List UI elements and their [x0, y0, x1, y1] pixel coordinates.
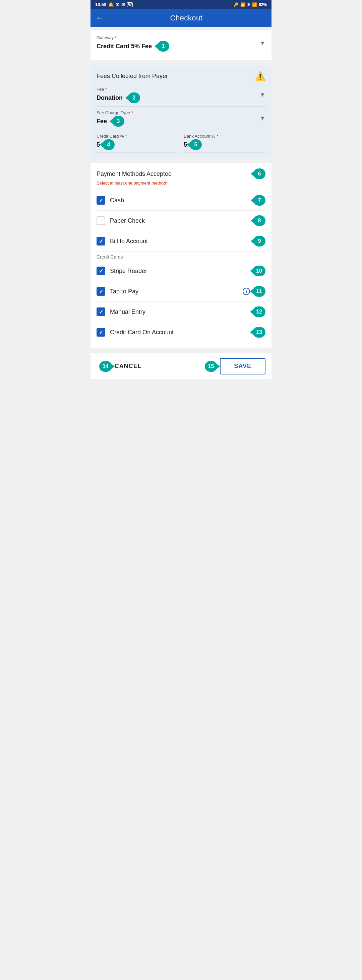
cancel-button[interactable]: CANCEL — [115, 363, 142, 370]
credit-card-on-account-badge: 13 — [253, 327, 265, 337]
fee-dropdown-arrow[interactable]: ▼ — [260, 91, 265, 99]
manual-entry-badge: 12 — [253, 307, 265, 317]
paper-check-row[interactable]: Paper Check 8 — [97, 211, 265, 231]
fee-charge-type-field-row[interactable]: Fee Charge Type * Fee 3 ▼ — [97, 110, 265, 130]
status-left: 10:58 🔔 ✉ ✉ W — [95, 2, 133, 7]
bottom-bar: 14 CANCEL 15 SAVE — [91, 353, 271, 379]
paper-check-label: Paper Check — [110, 217, 251, 224]
fee-charge-type-dropdown-arrow[interactable]: ▼ — [260, 115, 265, 122]
manual-entry-label: Manual Entry — [110, 309, 250, 315]
tap-to-pay-label: Tap to Pay — [110, 288, 241, 295]
key-icon: 🔑 — [234, 2, 239, 7]
credit-card-pct-field: Credit Card % * 5 4 — [97, 134, 178, 153]
paper-check-checkbox[interactable] — [97, 216, 105, 225]
notif-icon-1: 🔔 — [108, 2, 114, 7]
fee-value: Donation — [97, 94, 123, 102]
gateway-label: Gateway * — [97, 35, 169, 40]
pct-fields-row: Credit Card % * 5 4 Bank Account % * 5 5 — [97, 134, 265, 153]
cash-label: Cash — [110, 197, 251, 204]
cancel-area[interactable]: 14 CANCEL — [97, 361, 142, 372]
tap-to-pay-row[interactable]: Tap to Pay i 11 — [97, 282, 265, 302]
bill-to-account-badge: 9 — [254, 236, 265, 247]
payment-methods-subtitle: Select at least one payment method* — [97, 181, 265, 186]
tap-to-pay-badge: 11 — [253, 286, 265, 297]
fees-title: Fees Collected from Payer — [97, 73, 168, 80]
status-right: 🔑 📶 ✱ 📶 62% — [234, 2, 267, 7]
gateway-section: Gateway * Credit Card 5% Fee 1 ▼ — [91, 30, 271, 60]
cash-badge: 7 — [254, 195, 265, 206]
stripe-reader-row[interactable]: Stripe Reader 10 — [97, 261, 265, 282]
fee-charge-type-field-group: Fee Charge Type * Fee 3 — [97, 110, 133, 127]
back-button[interactable]: ← — [96, 14, 103, 22]
credit-card-pct-value: 5 — [97, 142, 100, 148]
bill-to-account-row[interactable]: Bill to Account 9 — [97, 231, 265, 251]
cash-row[interactable]: Cash 7 — [97, 190, 265, 211]
credit-card-on-account-row[interactable]: Credit Card On Account 13 — [97, 322, 265, 342]
fee-label: Fee * — [97, 87, 140, 92]
warning-icon: ⚠️ — [255, 71, 265, 81]
manual-entry-row[interactable]: Manual Entry 12 — [97, 302, 265, 322]
notif-icon-4: W — [127, 2, 132, 7]
payment-methods-badge: 6 — [254, 169, 265, 179]
credit-card-on-account-checkbox[interactable] — [97, 328, 105, 337]
notif-icon-2: ✉ — [116, 2, 119, 7]
bluetooth-icon: ✱ — [247, 2, 250, 7]
bank-account-pct-field: Bank Account % * 5 5 — [184, 134, 265, 153]
gateway-badge: 1 — [157, 41, 169, 52]
cash-checkbox[interactable] — [97, 196, 105, 205]
credit-card-pct-badge: 4 — [102, 139, 115, 150]
bank-account-pct-badge: 5 — [190, 139, 202, 150]
tap-to-pay-info-icon[interactable]: i — [243, 288, 250, 295]
tap-to-pay-checkbox[interactable] — [97, 287, 105, 296]
fee-charge-type-badge: 3 — [112, 116, 124, 127]
credit-cards-label: Credit Cards — [97, 254, 265, 259]
payment-header-row: Payment Methods Accepted 6 — [97, 169, 265, 179]
cancel-badge: 14 — [99, 361, 112, 372]
bill-to-account-label: Bill to Account — [110, 238, 251, 245]
stripe-reader-label: Stripe Reader — [110, 267, 250, 275]
stripe-reader-badge: 10 — [253, 266, 265, 276]
save-badge: 15 — [205, 361, 217, 372]
paper-check-badge: 8 — [254, 215, 265, 226]
battery: 62% — [259, 2, 267, 7]
credit-card-on-account-label: Credit Card On Account — [110, 329, 250, 336]
payment-methods-title: Payment Methods Accepted — [97, 170, 172, 178]
header: ← Checkout — [91, 9, 271, 27]
bill-to-account-checkbox[interactable] — [97, 237, 105, 245]
gateway-field-row[interactable]: Gateway * Credit Card 5% Fee 1 ▼ — [97, 35, 265, 55]
sim-icon: 📶 — [240, 2, 246, 7]
save-button[interactable]: SAVE — [220, 358, 265, 374]
time: 10:58 — [95, 2, 106, 7]
bank-account-pct-value: 5 — [184, 142, 187, 148]
payment-methods-section: Payment Methods Accepted 6 Select at lea… — [91, 163, 271, 348]
fees-header-row: Fees Collected from Payer ⚠️ — [97, 71, 265, 81]
gateway-field-group: Gateway * Credit Card 5% Fee 1 — [97, 35, 169, 52]
gateway-value: Credit Card 5% Fee — [97, 43, 152, 50]
fee-charge-type-value: Fee — [97, 118, 107, 125]
fee-badge: 2 — [128, 92, 140, 103]
manual-entry-checkbox[interactable] — [97, 307, 105, 316]
stripe-reader-checkbox[interactable] — [97, 267, 105, 275]
gateway-dropdown-arrow[interactable]: ▼ — [260, 40, 265, 47]
fees-section: Fees Collected from Payer ⚠️ Fee * Donat… — [91, 66, 271, 158]
fee-charge-type-label: Fee Charge Type * — [97, 110, 133, 115]
wifi-icon: 📶 — [252, 2, 257, 7]
credit-card-pct-label: Credit Card % * — [97, 134, 178, 138]
bank-account-pct-label: Bank Account % * — [184, 134, 265, 138]
notif-icon-3: ✉ — [121, 2, 125, 7]
status-bar: 10:58 🔔 ✉ ✉ W 🔑 📶 ✱ 📶 62% — [91, 0, 271, 9]
page-title: Checkout — [107, 14, 266, 22]
fee-field-row[interactable]: Fee * Donation 2 ▼ — [97, 87, 265, 107]
fee-field-group: Fee * Donation 2 — [97, 87, 140, 103]
